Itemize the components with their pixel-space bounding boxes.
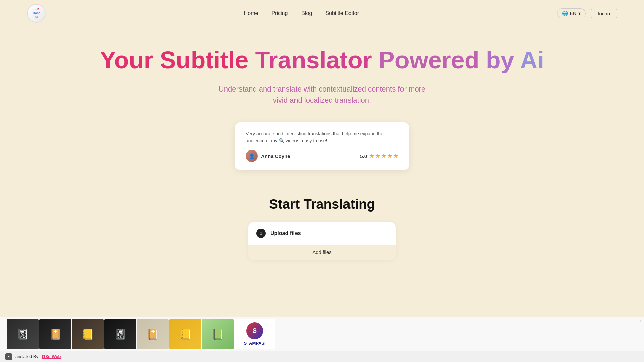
title-word-powered: Powered — [379, 47, 479, 73]
brand-logo-icon: S — [246, 322, 263, 339]
ad-item-4: 📓 — [104, 319, 136, 349]
hero-section: Your Subtitle Translator Powered by Ai U… — [0, 27, 644, 197]
nav-home[interactable]: Home — [244, 10, 258, 16]
title-word-translator: Translator — [255, 47, 372, 73]
i18n-link[interactable]: I18n Web — [42, 354, 61, 359]
language-selector[interactable]: 🌐 EN ▾ — [557, 8, 586, 18]
globe-icon: 🌐 — [562, 11, 568, 16]
bottom-bar: ▾ anslated By | I18n Web — [0, 351, 644, 362]
nav-right: 🌐 EN ▾ log in — [557, 8, 617, 19]
add-files-button[interactable]: Add files — [248, 245, 396, 260]
ad-banner: x 📓 📔 📒 📓 📔 📒 📗 S STAMPASI — [0, 317, 644, 351]
ad-item-3: 📒 — [72, 319, 104, 349]
brand-name: STAMPASI — [244, 341, 265, 346]
nav-links: Home Pricing Blog Subtitle Editor — [244, 10, 359, 16]
testimonial-author: 👤 Anna Coyne — [246, 150, 290, 162]
stars: ★ ★ ★ ★ ★ — [369, 152, 398, 160]
ad-close-button[interactable]: x — [640, 319, 642, 323]
upload-label: Upload files — [270, 230, 301, 236]
start-section: Start Translating 1 Upload files Add fil… — [0, 197, 644, 273]
avatar: 👤 — [246, 150, 258, 162]
login-button[interactable]: log in — [591, 8, 617, 19]
title-word-by: by — [486, 47, 514, 73]
navbar: Sub Trans Ai Home Pricing Blog Subtitle … — [0, 0, 644, 27]
ad-brand[interactable]: S STAMPASI — [234, 319, 275, 349]
ad-item-6: 📒 — [169, 319, 201, 349]
rating: 5.0 ★ ★ ★ ★ ★ — [360, 152, 398, 160]
step-badge: 1 — [256, 229, 266, 238]
ad-items: 📓 📔 📒 📓 📔 📒 📗 S STAMPASI — [0, 319, 644, 349]
title-word-your: Your — [100, 47, 153, 73]
nav-subtitle-editor[interactable]: Subtitle Editor — [325, 10, 359, 16]
bottom-bar-text: anslated By | I18n Web — [15, 354, 61, 359]
title-word-subtitle: Subtitle — [160, 47, 249, 73]
logo[interactable]: Sub Trans Ai — [27, 4, 46, 23]
star-4: ★ — [387, 152, 392, 160]
star-5: ★ — [393, 152, 398, 160]
testimonial-text: Very accurate and interesting translatio… — [246, 130, 398, 144]
upload-card: 1 Upload files Add files — [248, 222, 396, 260]
ad-item-7: 📗 — [202, 319, 234, 349]
testimonial-link[interactable]: videos — [286, 138, 299, 143]
hero-subtitle: Understand and translate with contextual… — [218, 83, 426, 106]
rating-score: 5.0 — [360, 153, 367, 159]
ad-item-2: 📔 — [39, 319, 71, 349]
ad-item-1: 📓 — [7, 319, 39, 349]
start-title: Start Translating — [269, 197, 375, 212]
upload-header: 1 Upload files — [248, 222, 396, 245]
nav-blog[interactable]: Blog — [301, 10, 312, 16]
ad-item-5: 📔 — [137, 319, 169, 349]
collapse-button[interactable]: ▾ — [5, 353, 12, 360]
chevron-down-icon: ▾ — [578, 11, 581, 16]
title-word-ai: Ai — [520, 47, 544, 73]
lang-label: EN — [570, 11, 576, 16]
hero-title: Your Subtitle Translator Powered by Ai — [100, 47, 544, 73]
star-3: ★ — [381, 152, 386, 160]
author-name: Anna Coyne — [261, 153, 290, 159]
star-1: ★ — [369, 152, 374, 160]
nav-pricing[interactable]: Pricing — [271, 10, 288, 16]
avatar-image: 👤 — [246, 150, 258, 162]
testimonial-footer: 👤 Anna Coyne 5.0 ★ ★ ★ ★ ★ — [246, 150, 398, 162]
star-2: ★ — [375, 152, 380, 160]
logo-icon: Sub Trans Ai — [27, 4, 46, 23]
testimonial-card: Very accurate and interesting translatio… — [235, 122, 409, 170]
